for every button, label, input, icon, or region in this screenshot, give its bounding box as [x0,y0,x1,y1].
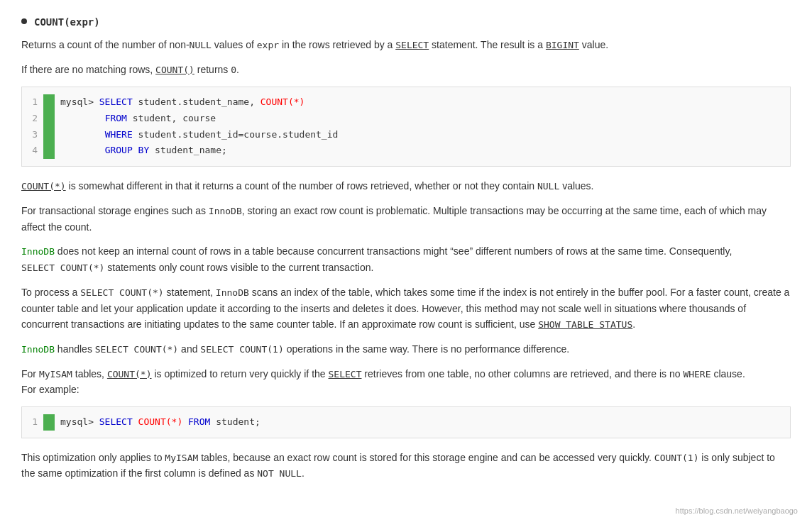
p2-before: If there are no matching rows, [21,64,155,75]
p7-innodb: InnoDB [21,344,55,355]
p5-end: statements only count rows visible to th… [104,262,373,273]
code-line: mysql> SELECT COUNT(*) FROM student; [55,414,790,431]
p3-count-star: COUNT(*) [21,181,66,192]
p2-count: COUNT() [155,65,194,75]
p5-innodb: InnoDB [21,246,55,257]
p8-select: SELECT [329,369,362,379]
code-line: WHERE student.student_id=course.student_… [55,127,790,143]
p9-myisam: MyISAM [165,453,198,463]
p8-myisam: MyISAM [39,369,72,379]
p7-end: operations in the same way. There is no … [284,343,569,355]
line-bar [43,94,55,111]
code-block-2: 1mysql> SELECT COUNT(*) FROM student; [21,406,791,438]
line-bar [43,127,55,143]
p1-middle3: statement. The result is a [429,39,546,50]
p7-and: and [178,343,200,355]
p8-before: For [21,368,39,379]
p3-middle: is somewhat different in that it returns… [66,180,537,192]
p2-zero: 0 [231,65,236,75]
paragraph-4: For transactional storage engines such a… [21,203,791,235]
p7-select-count-1: SELECT COUNT(1) [200,344,283,355]
line-bar [43,414,55,431]
line-number: 3 [22,127,43,143]
p8-middle: tables, [72,368,107,379]
paragraph-1: Returns a count of the number of non-NUL… [21,37,791,53]
line-number: 1 [22,94,43,111]
p9-not-null: NOT NULL [257,468,302,479]
p9-before: This optimization only applies to [21,452,165,463]
p1-before: Returns a count of the number of non- [21,39,190,50]
p8-middle2: is optimized to return very quickly if t… [152,368,329,379]
p1-select: SELECT [395,40,429,50]
p6-show: SHOW TABLE STATUS [538,319,632,330]
p9-end: . [302,467,304,479]
p6-before: To process a [21,287,80,298]
heading-title: COUNT(expr) [34,14,100,30]
code-table-2: 1mysql> SELECT COUNT(*) FROM student; [22,414,790,431]
p4-innodb: InnoDB [209,206,242,216]
line-number: 2 [22,111,43,127]
code-table-1: 1mysql> SELECT student.student_name, COU… [22,94,790,159]
p1-bigint: BIGINT [546,40,579,50]
p1-end: value. [579,39,608,50]
code-line: FROM student, course [55,111,790,127]
paragraph-5: InnoDB does not keep an internal count o… [21,243,791,276]
code-line: GROUP BY student_name; [55,143,790,159]
paragraph-9: This optimization only applies to MyISAM… [21,450,791,482]
line-bar [43,111,55,127]
heading-bullet: COUNT(expr) [21,14,791,30]
p5-middle: does not keep an internal count of rows … [55,245,732,257]
paragraph-8: For MyISAM tables, COUNT(*) is optimized… [21,366,791,398]
p7-middle: handles [55,343,95,355]
p1-middle2: in the rows retrieved by a [279,39,395,50]
p6-select-count: SELECT COUNT(*) [80,287,163,298]
p8-middle3: retrieves from one table, no other colum… [361,368,683,379]
p8-where: WHERE [683,369,710,379]
p1-null: NULL [190,40,212,50]
p8-count-star: COUNT(*) [107,369,152,379]
bullet-dot [21,18,27,24]
line-number: 1 [22,414,43,431]
p9-middle: tables, because an exact row count is st… [198,452,654,463]
code-block-1: 1mysql> SELECT student.student_name, COU… [21,87,791,167]
p2-middle: returns [194,64,231,75]
paragraph-6: To process a SELECT COUNT(*) statement, … [21,284,791,333]
paragraph-7: InnoDB handles SELECT COUNT(*) and SELEC… [21,341,791,358]
p6-innodb: InnoDB [216,287,249,298]
p1-expr: expr [257,40,279,50]
p4-before: For transactional storage engines such a… [21,205,209,216]
p8-for-example: For example: [21,384,79,395]
p9-count-1: COUNT(1) [654,453,699,463]
line-number: 4 [22,143,43,159]
p3-null: NULL [537,181,559,192]
p8-middle4: clause. [711,368,745,379]
p5-select-count: SELECT COUNT(*) [21,262,104,273]
p6-middle: statement, [164,287,216,298]
code-line: mysql> SELECT student.student_name, COUN… [55,94,790,111]
p1-middle: values of [212,39,257,50]
p2-end: . [236,64,239,75]
p3-end: values. [559,180,593,192]
p7-select-count-star: SELECT COUNT(*) [95,344,178,355]
paragraph-3: COUNT(*) is somewhat different in that i… [21,178,791,194]
paragraph-2: If there are no matching rows, COUNT() r… [21,62,791,78]
line-bar [43,143,55,159]
p6-end: . [632,318,635,330]
